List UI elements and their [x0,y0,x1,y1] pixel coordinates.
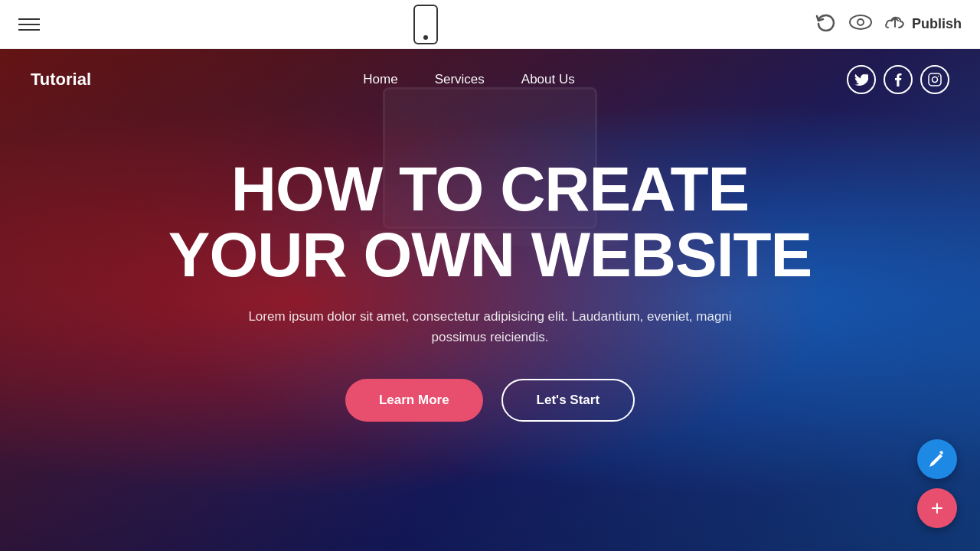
website-preview: Tutorial Home Services About Us [0,49,980,551]
fab-container: + [917,439,957,528]
hamburger-menu-icon[interactable] [18,18,40,31]
publish-label: Publish [912,16,962,32]
hero-title-line1: HOW TO CREATE [231,154,749,223]
nav-link-services[interactable]: Services [435,72,485,87]
site-nav: Tutorial Home Services About Us [0,49,980,110]
instagram-icon[interactable] [920,65,949,94]
lets-start-button[interactable]: Let's Start [501,379,635,422]
twitter-icon[interactable] [847,65,876,94]
preview-button[interactable] [849,14,872,35]
hero-buttons: Learn More Let's Start [0,379,980,422]
nav-link-home[interactable]: Home [363,72,397,87]
fab-add-button[interactable]: + [917,488,957,528]
site-nav-links: Home Services About Us [363,72,574,87]
hero-title: HOW TO CREATE YOUR OWN WEBSITE [0,156,980,288]
mobile-preview-icon[interactable] [413,5,438,44]
site-logo: Tutorial [31,70,91,90]
svg-point-4 [938,76,939,77]
publish-button[interactable]: Publish [884,16,962,33]
svg-point-0 [850,15,871,29]
svg-point-3 [932,77,937,83]
nav-link-about[interactable]: About Us [521,72,575,87]
toolbar-left [18,18,40,31]
undo-button[interactable] [812,11,837,38]
toolbar-center [413,5,438,44]
facebook-icon[interactable] [884,65,913,94]
hero-content: HOW TO CREATE YOUR OWN WEBSITE Lorem ips… [0,110,980,422]
svg-rect-2 [929,73,941,86]
hero-subtitle: Lorem ipsum dolor sit amet, consectetur … [222,306,758,347]
social-icons [847,65,949,94]
learn-more-button[interactable]: Learn More [345,379,483,422]
toolbar: Publish [0,0,980,49]
svg-point-1 [858,19,864,25]
hero-title-line2: YOUR OWN WEBSITE [168,220,812,289]
toolbar-right: Publish [812,11,962,38]
fab-edit-button[interactable] [917,439,957,479]
